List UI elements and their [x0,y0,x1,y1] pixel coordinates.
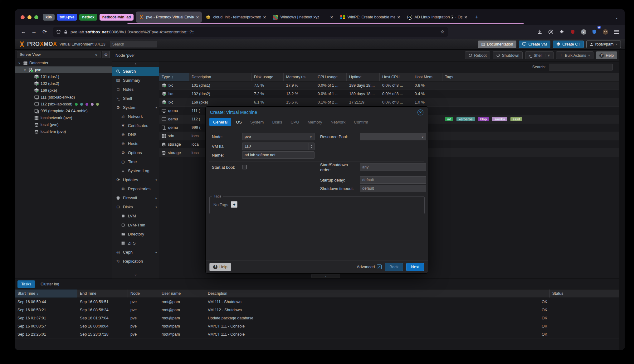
ublock-icon[interactable] [568,27,577,36]
tasks-tab-cluster-log[interactable]: Cluster log [37,280,63,288]
scrollbar-gutter[interactable] [619,50,625,350]
tasks-tab-tasks[interactable]: Tasks [17,280,35,288]
node-select[interactable]: pve∨ [242,133,315,140]
tab-close-icon[interactable]: ✕ [397,15,400,20]
nav-item-notes[interactable]: □Notes [112,85,159,94]
shell-button[interactable]: >_Shell∨ [525,51,553,59]
nav-item-repositories[interactable]: ⧉Repositories [112,184,159,193]
chevron-down-icon[interactable]: ▾ [155,178,157,182]
back-button[interactable]: Back [385,263,403,271]
view-selector[interactable]: Server View∨ [17,51,100,58]
tree-item[interactable]: local-lvm (pve) [15,128,112,135]
column-header[interactable]: End Time [77,289,128,298]
chevron-right-icon[interactable]: ▸ [155,251,157,254]
lock-icon[interactable] [64,30,68,34]
chevron-down-icon[interactable]: ∨ [545,54,550,57]
global-search-input[interactable] [110,41,157,47]
vimium-icon[interactable]: V [579,27,588,36]
tree-item[interactable]: 102 (dns2) [15,80,112,87]
column-header[interactable]: Disk usage... [251,73,284,81]
column-header[interactable]: Host Mem... [412,73,442,81]
nav-item-system[interactable]: ⚙System▾ [112,103,159,112]
nav-item-updates[interactable]: ⟳Updates▾ [112,175,159,184]
reboot-button[interactable]: Reboot [465,51,490,59]
nav-item-lvm[interactable]: LVM [112,211,159,221]
nav-item-network[interactable]: ⇄Network [112,112,159,121]
nav-scroll-down[interactable]: ∨ [112,274,159,277]
create-vm-button[interactable]: Create VM [519,41,550,48]
column-header[interactable]: User name [159,289,205,298]
password-manager-icon[interactable]: 4 [590,27,599,36]
nav-item-directory[interactable]: Directory [112,230,159,239]
dialog-tab-confirm[interactable]: Confirm [350,118,372,126]
tab-close-icon[interactable]: ✕ [263,15,266,20]
documentation-button[interactable]: ▤Documentation [478,41,517,48]
column-header[interactable]: Host CPU ... [380,73,412,81]
nav-item-hosts[interactable]: ⊕Hosts [112,139,159,148]
tree-item[interactable]: ∨pve [15,66,112,73]
column-header[interactable]: Description [205,289,550,298]
tab-close-icon[interactable]: ✕ [196,15,199,20]
dialog-tab-general[interactable]: General [209,118,231,126]
grid-scroll-hint[interactable]: ▼ [311,274,340,278]
browser-tab[interactable]: pve - Proxmox Virtual Environme✕ [136,12,202,23]
nav-item-lvm-thin[interactable]: LVM-Thin [112,221,159,230]
chevron-down-icon[interactable]: ▾ [155,206,157,209]
vm-id-input[interactable] [242,143,315,150]
tree-item[interactable]: 999 (template-24.04-noble) [15,108,112,114]
task-row[interactable]: Sep 16 08:58:21Sep 16 08:58:24pveroot@pa… [15,306,625,314]
task-row[interactable]: Sep 15 23:25:01Sep 15 23:37:28pveroot@pa… [15,330,625,338]
forward-icon[interactable]: → [29,27,39,36]
list-all-tabs-button[interactable]: ⌄ [612,15,622,20]
tab-close-icon[interactable]: ✕ [330,15,333,20]
task-row[interactable]: Sep 16 08:59:44Sep 16 08:59:51pveroot@pa… [15,298,625,306]
nav-item-time[interactable]: ◷Time [112,157,159,166]
column-header[interactable]: Description [189,73,251,81]
dialog-tab-cpu[interactable]: CPU [287,118,303,126]
add-tag-button[interactable]: + [231,201,237,208]
column-header[interactable]: CPU usage [315,73,347,81]
dialog-tab-disks[interactable]: Disks [268,118,286,126]
nav-item-ceph[interactable]: ◎Ceph▸ [112,248,159,257]
dialog-tab-network[interactable]: Network [327,118,349,126]
tree-item[interactable]: 169 (pxe) [15,87,112,94]
tree-item[interactable]: 111 (sbx-lab-srv-ad) [15,94,112,101]
tab-group-badge[interactable]: netboot+win_ad [100,14,134,21]
url-input[interactable]: pve.lab.softbox.net:8006/#v1:0:=node%2Fp… [53,27,448,37]
column-header[interactable]: Node [128,289,159,298]
shutdown-timeout-input[interactable] [360,185,426,192]
nav-item-firewall[interactable]: Firewall▸ [112,193,159,202]
order-input[interactable] [360,163,426,171]
column-header[interactable]: Uptime [347,73,380,81]
browser-tab[interactable]: cloud_init - telmate/proxmox - C✕ [203,12,269,23]
startup-delay-input[interactable] [360,176,426,184]
tracking-shield-icon[interactable] [56,30,61,34]
tree-item[interactable]: local (pve) [15,121,112,128]
task-row[interactable]: Sep 16 00:08:57Sep 16 00:09:04pveroot@pa… [15,322,625,330]
shutdown-button[interactable]: Shutdown [493,51,523,59]
help-button[interactable]: ?Help [596,51,617,59]
nav-item-disks[interactable]: ⊟Disks▾ [112,202,159,211]
bulk-actions-button[interactable]: ⋮Bulk Actions∨ [556,51,594,59]
tree-expand-icon[interactable]: ∨ [17,61,21,65]
dialog-tab-os[interactable]: OS [232,118,246,126]
nav-item-dns[interactable]: ⊕DNS [112,130,159,139]
tree-expand-icon[interactable]: ∨ [23,68,27,72]
chevron-right-icon[interactable]: ▸ [155,197,157,200]
create-ct-button[interactable]: Create CT [553,41,584,48]
nav-item-certificates[interactable]: ✱Certificates [112,121,159,130]
browser-tab[interactable]: WinPE: Create bootable media |✕ [337,12,403,23]
column-header[interactable]: Status [550,289,625,298]
grid-search-input[interactable] [549,64,613,70]
start-at-boot-checkbox[interactable] [242,165,247,169]
back-icon[interactable]: ← [19,27,28,36]
bookmark-star-icon[interactable]: ☆ [441,29,445,35]
close-window-button[interactable] [21,15,25,19]
nav-item-system-log[interactable]: ≡System Log [112,166,159,175]
dialog-help-button[interactable]: ?Help [209,263,231,271]
tab-group-badge[interactable]: k8s [43,14,55,21]
minimize-window-button[interactable] [27,15,32,19]
column-header[interactable]: Memory us... [284,73,315,81]
user-menu-button[interactable]: root@pam∨ [586,41,621,48]
browser-tab[interactable]: OIAD Linux Integration · Open✕ [404,12,470,23]
